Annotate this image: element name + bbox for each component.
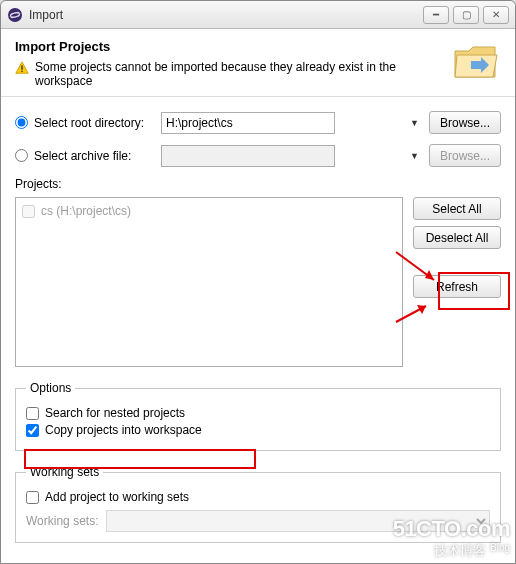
maximize-button[interactable]: ▢: [453, 6, 479, 24]
close-button[interactable]: ✕: [483, 6, 509, 24]
archive-file-text: Select archive file:: [34, 149, 131, 163]
header-warning: Some projects cannot be imported because…: [35, 60, 443, 88]
search-nested-label: Search for nested projects: [45, 406, 185, 420]
archive-file-radio[interactable]: [15, 149, 28, 162]
folder-import-icon: [451, 39, 501, 83]
header-title: Import Projects: [15, 39, 443, 54]
archive-file-row: Select archive file: ▼ Browse...: [15, 144, 501, 167]
working-sets-row-label: Working sets:: [26, 514, 98, 528]
root-directory-row: Select root directory: ▼ Browse...: [15, 111, 501, 134]
chevron-down-icon: ▼: [410, 151, 419, 161]
window-buttons: ━ ▢ ✕: [423, 6, 509, 24]
refresh-button[interactable]: Refresh: [413, 275, 501, 298]
copy-into-workspace-label: Copy projects into workspace: [45, 423, 202, 437]
chevron-down-icon: ▼: [410, 118, 419, 128]
svg-rect-5: [21, 71, 22, 72]
select-all-button[interactable]: Select All: [413, 197, 501, 220]
minimize-button[interactable]: ━: [423, 6, 449, 24]
svg-rect-4: [21, 65, 22, 69]
projects-side-buttons: Select All Deselect All Refresh: [413, 197, 501, 367]
root-directory-radio-label[interactable]: Select root directory:: [15, 116, 155, 130]
project-item: cs (H:\project\cs): [22, 204, 396, 218]
search-nested-checkbox[interactable]: [26, 407, 39, 420]
options-group: Options Search for nested projects Copy …: [15, 381, 501, 451]
eclipse-icon: [7, 7, 23, 23]
add-to-working-sets-checkbox[interactable]: [26, 491, 39, 504]
watermark: 51CTO.com 技术博客 Blog: [393, 516, 510, 560]
archive-file-radio-label[interactable]: Select archive file:: [15, 149, 155, 163]
options-legend: Options: [26, 381, 75, 395]
root-directory-radio[interactable]: [15, 116, 28, 129]
dialog-header: Import Projects Some projects cannot be …: [1, 29, 515, 97]
project-item-label: cs (H:\project\cs): [41, 204, 131, 218]
window-title: Import: [29, 8, 423, 22]
projects-label: Projects:: [15, 177, 501, 191]
browse-root-button[interactable]: Browse...: [429, 111, 501, 134]
projects-list[interactable]: cs (H:\project\cs): [15, 197, 403, 367]
working-sets-legend: Working sets: [26, 465, 103, 479]
deselect-all-button[interactable]: Deselect All: [413, 226, 501, 249]
copy-into-workspace-checkbox[interactable]: [26, 424, 39, 437]
root-directory-input[interactable]: [161, 112, 335, 134]
import-dialog: Import ━ ▢ ✕ Import Projects Some projec…: [0, 0, 516, 564]
browse-archive-button: Browse...: [429, 144, 501, 167]
projects-area: cs (H:\project\cs) Select All Deselect A…: [15, 197, 501, 367]
warning-icon: [15, 61, 29, 75]
titlebar: Import ━ ▢ ✕: [1, 1, 515, 29]
root-directory-text: Select root directory:: [34, 116, 144, 130]
watermark-line1: 51CTO.com: [393, 516, 510, 542]
project-checkbox: [22, 205, 35, 218]
dialog-content: Select root directory: ▼ Browse... Selec…: [1, 97, 515, 551]
add-to-working-sets-label: Add project to working sets: [45, 490, 189, 504]
archive-file-input: [161, 145, 335, 167]
watermark-line2: 技术博客 Blog: [393, 542, 510, 560]
